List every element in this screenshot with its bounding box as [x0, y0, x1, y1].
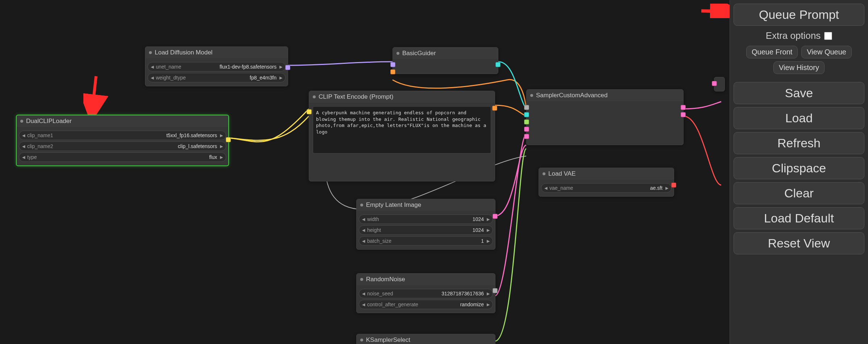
node-empty-latent-image[interactable]: Empty Latent Image ◀ width 1024 ▶ ◀ heig… [356, 199, 495, 250]
chevron-right-icon[interactable]: ▶ [485, 217, 491, 222]
chevron-left-icon[interactable]: ◀ [361, 217, 366, 222]
queue-front-button[interactable]: Queue Front [746, 46, 798, 58]
widget-weight-dtype[interactable]: ◀ weight_dtype fp8_e4m3fn ▶ [148, 73, 286, 82]
collapse-dot-icon[interactable] [396, 52, 399, 55]
chevron-right-icon[interactable]: ▶ [485, 291, 491, 296]
input-port-model[interactable] [390, 62, 395, 67]
collapse-dot-icon[interactable] [360, 204, 363, 206]
chevron-left-icon[interactable]: ◀ [21, 133, 26, 138]
input-port-sampler[interactable] [524, 119, 529, 124]
node-basic-guider[interactable]: BasicGuider [393, 47, 498, 74]
chevron-right-icon[interactable]: ▶ [485, 239, 491, 243]
chevron-left-icon[interactable]: ◀ [543, 186, 549, 191]
clipspace-button[interactable]: Clipspace [734, 157, 864, 179]
chevron-right-icon[interactable]: ▶ [485, 228, 491, 233]
output-port-vae[interactable] [671, 183, 676, 188]
chevron-right-icon[interactable]: ▶ [485, 302, 491, 307]
widget-clip-name2[interactable]: ◀ clip_name2 clip_l.safetensors ▶ [19, 142, 226, 151]
widget-unet-name[interactable]: ◀ unet_name flux1-dev-fp8.safetensors ▶ [148, 62, 286, 71]
node-header[interactable]: Load VAE [539, 168, 674, 180]
node-clip-text-encode[interactable]: CLIP Text Encode (Prompt) A cyberpunk ma… [309, 91, 495, 181]
chevron-right-icon[interactable]: ▶ [278, 65, 284, 69]
collapse-dot-icon[interactable] [20, 120, 23, 123]
widget-vae-name[interactable]: ◀ vae_name ae.sft ▶ [541, 183, 672, 193]
chevron-left-icon[interactable]: ◀ [361, 291, 366, 296]
chevron-right-icon[interactable]: ▶ [278, 75, 284, 80]
node-title: Load VAE [548, 170, 576, 177]
extra-options-checkbox[interactable] [824, 32, 832, 40]
output-port-output[interactable] [681, 105, 686, 110]
collapse-dot-icon[interactable] [530, 94, 533, 97]
node-header[interactable]: SamplerCustomAdvanced [527, 90, 683, 101]
chevron-left-icon[interactable]: ◀ [361, 239, 366, 243]
node-header[interactable]: CLIP Text Encode (Prompt) [309, 91, 495, 103]
collapse-dot-icon[interactable] [543, 172, 545, 175]
node-title: SamplerCustomAdvanced [536, 92, 607, 99]
view-history-button[interactable]: View History [773, 61, 825, 74]
view-queue-button[interactable]: View Queue [801, 46, 852, 58]
save-button[interactable]: Save [734, 82, 864, 104]
chevron-right-icon[interactable]: ▶ [219, 155, 224, 160]
output-port-noise[interactable] [493, 288, 498, 293]
output-port-clip[interactable] [226, 137, 231, 142]
node-load-vae[interactable]: Load VAE ◀ vae_name ae.sft ▶ [539, 168, 674, 197]
node-offscreen[interactable] [714, 77, 725, 91]
node-header[interactable]: RandomNoise [357, 274, 495, 285]
node-header[interactable]: DualCLIPLoader [17, 115, 228, 127]
widget-width[interactable]: ◀ width 1024 ▶ [359, 214, 493, 224]
input-port-noise[interactable] [524, 105, 529, 110]
prompt-textarea[interactable]: A cyberpunk machine generating endless o… [313, 106, 491, 153]
collapse-dot-icon[interactable] [360, 339, 363, 341]
refresh-button[interactable]: Refresh [734, 132, 864, 154]
input-port-sigmas[interactable] [524, 127, 529, 132]
widget-noise-seed[interactable]: ◀ noise_seed 312871873617636 ▶ [359, 289, 493, 298]
node-sampler-custom-advanced[interactable]: SamplerCustomAdvanced [526, 89, 684, 145]
node-dual-clip-loader[interactable]: DualCLIPLoader ◀ clip_name1 t5xxl_fp16.s… [16, 115, 229, 166]
widget-type[interactable]: ◀ type flux ▶ [19, 152, 226, 162]
chevron-left-icon[interactable]: ◀ [149, 75, 155, 80]
chevron-left-icon[interactable]: ◀ [21, 144, 26, 149]
control-sidebar: Queue Prompt Extra options Queue Front V… [730, 0, 868, 344]
output-port-model[interactable] [285, 65, 290, 70]
queue-prompt-button[interactable]: Queue Prompt [734, 4, 864, 26]
node-random-noise[interactable]: RandomNoise ◀ noise_seed 312871873617636… [356, 273, 495, 313]
chevron-left-icon[interactable]: ◀ [149, 65, 155, 69]
output-port-conditioning[interactable] [492, 106, 497, 111]
widget-height[interactable]: ◀ height 1024 ▶ [359, 225, 493, 235]
widget-batch-size[interactable]: ◀ batch_size 1 ▶ [359, 236, 493, 246]
input-port-guider[interactable] [524, 112, 529, 117]
input-port-clip[interactable] [307, 109, 312, 114]
chevron-left-icon[interactable]: ◀ [361, 302, 366, 307]
chevron-right-icon[interactable]: ▶ [219, 133, 224, 138]
node-title: KSamplerSelect [366, 336, 410, 344]
node-title: Load Diffusion Model [155, 49, 212, 56]
widget-control-after-generate[interactable]: ◀ control_after_generate randomize ▶ [359, 300, 493, 309]
chevron-left-icon[interactable]: ◀ [361, 228, 366, 233]
node-ksampler-select[interactable]: KSamplerSelect [356, 334, 495, 344]
chevron-right-icon[interactable]: ▶ [664, 186, 670, 191]
output-port-guider[interactable] [495, 62, 501, 67]
input-port[interactable] [712, 81, 717, 86]
node-header[interactable]: Load Diffusion Model [145, 47, 288, 58]
widget-clip-name1[interactable]: ◀ clip_name1 t5xxl_fp16.safetensors ▶ [19, 131, 226, 140]
clear-button[interactable]: Clear [734, 182, 864, 204]
node-load-diffusion-model[interactable]: Load Diffusion Model ◀ unet_name flux1-d… [145, 46, 288, 86]
chevron-left-icon[interactable]: ◀ [21, 155, 26, 160]
node-header[interactable]: BasicGuider [393, 48, 498, 59]
load-default-button[interactable]: Load Default [734, 207, 864, 229]
extra-options-toggle[interactable]: Extra options [734, 30, 864, 41]
input-port-conditioning[interactable] [390, 69, 395, 74]
chevron-right-icon[interactable]: ▶ [219, 144, 224, 149]
node-header[interactable]: Empty Latent Image [357, 199, 495, 211]
input-port-latent[interactable] [524, 134, 529, 139]
collapse-dot-icon[interactable] [149, 51, 152, 54]
output-port-denoised[interactable] [681, 112, 686, 117]
collapse-dot-icon[interactable] [313, 95, 316, 98]
node-title: RandomNoise [366, 276, 405, 283]
collapse-dot-icon[interactable] [360, 278, 363, 281]
load-button[interactable]: Load [734, 107, 864, 129]
node-title: Empty Latent Image [366, 201, 421, 209]
output-port-latent[interactable] [493, 214, 498, 219]
reset-view-button[interactable]: Reset View [734, 232, 864, 254]
node-header[interactable]: KSamplerSelect [357, 334, 495, 344]
